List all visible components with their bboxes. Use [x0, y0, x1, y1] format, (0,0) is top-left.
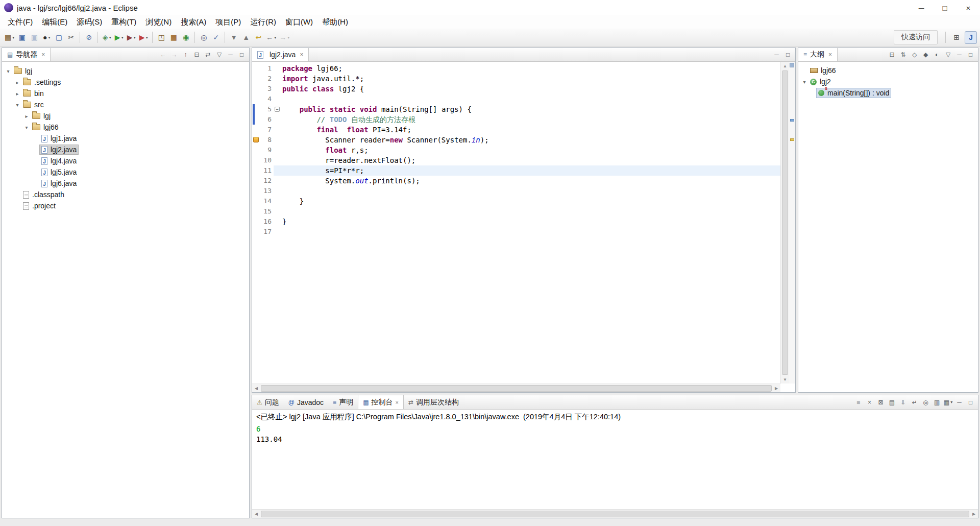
- link-with-editor-button[interactable]: ⇄: [203, 50, 213, 60]
- new-class-button[interactable]: ◉: [180, 31, 192, 44]
- hide-non-public-button[interactable]: ◐: [932, 50, 942, 60]
- tab-javadoc[interactable]: @Javadoc: [284, 395, 328, 409]
- scroll-right-icon[interactable]: ▶: [970, 510, 978, 518]
- menu-item[interactable]: 搜索(A): [176, 15, 211, 29]
- tree-item[interactable]: ▸bin: [2, 88, 249, 99]
- minimize-button[interactable]: ─: [954, 50, 964, 60]
- last-edit-location-button[interactable]: ↩: [252, 31, 264, 44]
- outline-item[interactable]: ▾Clgj2: [798, 76, 978, 87]
- launch-button[interactable]: ●▾: [40, 31, 53, 44]
- console-output[interactable]: 6113.04: [252, 423, 978, 445]
- display-selected-console-button[interactable]: ▥: [932, 397, 942, 407]
- menu-item[interactable]: 窗口(W): [281, 15, 317, 29]
- tree-item[interactable]: Jlgj6.java: [2, 178, 249, 189]
- console-horizontal-scrollbar[interactable]: ◀ ▶: [252, 509, 978, 518]
- tree-item[interactable]: ▸.settings: [2, 77, 249, 88]
- scroll-left-icon[interactable]: ◀: [252, 510, 260, 518]
- vertical-scrollbar-thumb[interactable]: [782, 70, 788, 375]
- maximize-button[interactable]: □: [237, 50, 247, 60]
- minimize-button[interactable]: ─: [954, 397, 964, 407]
- close-icon[interactable]: ×: [395, 399, 398, 405]
- forward-button[interactable]: →: [169, 50, 179, 60]
- menu-item[interactable]: 项目(P): [211, 15, 246, 29]
- editor-horizontal-scrollbar[interactable]: ◀ ▶: [252, 384, 780, 392]
- tab-call-hierarchy[interactable]: ⇄调用层次结构: [404, 395, 463, 409]
- hide-static-members-button[interactable]: ◆: [921, 50, 930, 60]
- window-maximize-button[interactable]: □: [933, 0, 957, 15]
- collapse-all-button[interactable]: ⊟: [887, 50, 897, 60]
- overview-mark-annotation[interactable]: [790, 138, 794, 141]
- debug-button[interactable]: ◈▾: [101, 31, 113, 44]
- scroll-lock-button[interactable]: ⇩: [898, 397, 908, 407]
- view-menu-button[interactable]: ▽: [214, 50, 224, 60]
- minimize-button[interactable]: ─: [226, 50, 235, 60]
- back-button[interactable]: ←▾: [264, 31, 278, 44]
- window-close-button[interactable]: ×: [957, 0, 980, 15]
- save-button[interactable]: ▣: [16, 31, 28, 44]
- cut-button[interactable]: ✂: [65, 31, 77, 44]
- collapse-icon[interactable]: ▾: [13, 102, 21, 108]
- expand-icon[interactable]: ▸: [13, 80, 21, 85]
- editor-tab-lgj2[interactable]: J lgj2.java ×: [252, 48, 309, 61]
- terminate-button[interactable]: ■: [853, 397, 863, 407]
- tab-declaration[interactable]: ≡声明: [328, 395, 358, 409]
- scroll-down-icon[interactable]: ▼: [781, 375, 789, 384]
- tree-item[interactable]: ▾lgj: [2, 65, 249, 77]
- collapse-all-button[interactable]: ⊟: [192, 50, 202, 60]
- tree-item[interactable]: ▸lgj: [2, 110, 249, 122]
- new-java-project-button[interactable]: ◳: [155, 31, 167, 44]
- remove-launch-button[interactable]: ×: [865, 397, 874, 407]
- menu-item[interactable]: 编辑(E): [37, 15, 72, 29]
- horizontal-scrollbar-thumb[interactable]: [261, 385, 772, 392]
- new-button[interactable]: ▤▾: [3, 31, 16, 44]
- open-console-view-button[interactable]: ▦▾: [943, 397, 953, 407]
- minimize-button[interactable]: ─: [772, 50, 781, 60]
- tree-item[interactable]: .classpath: [2, 189, 249, 200]
- collapse-icon[interactable]: ▾: [800, 79, 808, 85]
- quick-access-button[interactable]: 快速访问: [894, 30, 938, 44]
- open-task-button[interactable]: ✓: [210, 31, 222, 44]
- horizontal-scrollbar-thumb[interactable]: [261, 511, 969, 517]
- tab-console[interactable]: ▦控制台×: [358, 395, 404, 409]
- window-minimize-button[interactable]: ─: [910, 0, 933, 15]
- sort-button[interactable]: ⇅: [898, 50, 908, 60]
- menu-item[interactable]: 运行(R): [246, 15, 281, 29]
- tree-item[interactable]: .project: [2, 200, 249, 211]
- tab-problems[interactable]: ⚠问题: [252, 395, 284, 409]
- menu-item[interactable]: 源码(S): [72, 15, 107, 29]
- pin-console-button[interactable]: ◎: [921, 397, 930, 407]
- scroll-up-icon[interactable]: ▲: [781, 62, 789, 70]
- tree-item[interactable]: Jlgj5.java: [2, 166, 249, 178]
- maximize-button[interactable]: □: [966, 397, 975, 407]
- coverage-button[interactable]: ▶▾: [125, 31, 137, 44]
- menu-item[interactable]: 重构(T): [107, 15, 141, 29]
- navigator-view-tab[interactable]: ▤ 导航器 ×: [2, 48, 51, 61]
- tree-item[interactable]: Jlgj2.java: [2, 144, 249, 155]
- tree-item[interactable]: ▾src: [2, 99, 249, 110]
- scroll-left-icon[interactable]: ◀: [252, 384, 260, 392]
- editor-vertical-scrollbar[interactable]: ▲ ▼: [780, 62, 789, 384]
- search-button[interactable]: ◎: [198, 31, 210, 44]
- run-button[interactable]: ▶▾: [113, 31, 125, 44]
- overview-mark-occurrence[interactable]: [790, 119, 794, 122]
- open-console-button[interactable]: ▢: [53, 31, 65, 44]
- close-icon[interactable]: ×: [41, 51, 45, 58]
- hide-fields-button[interactable]: ◇: [910, 50, 919, 60]
- open-perspective-button[interactable]: ⊞: [950, 31, 963, 44]
- previous-annotation-button[interactable]: ▲: [240, 31, 252, 44]
- remove-all-launches-button[interactable]: ⊠: [876, 397, 886, 407]
- collapse-icon[interactable]: ▾: [22, 125, 31, 130]
- up-button[interactable]: ↑: [181, 50, 190, 60]
- outline-item[interactable]: lgj66: [798, 65, 978, 76]
- maximize-button[interactable]: □: [966, 50, 975, 60]
- view-menu-button[interactable]: ▽: [943, 50, 953, 60]
- maximize-button[interactable]: □: [783, 50, 793, 60]
- collapse-icon[interactable]: ▾: [4, 68, 12, 74]
- expand-icon[interactable]: ▸: [13, 91, 21, 97]
- word-wrap-button[interactable]: ↵: [910, 397, 919, 407]
- tree-item[interactable]: Jlgj1.java: [2, 133, 249, 144]
- tree-item[interactable]: Jlgj4.java: [2, 155, 249, 166]
- external-tools-button[interactable]: ▶▾: [137, 31, 150, 44]
- tree-item[interactable]: ▾lgj66: [2, 122, 249, 133]
- close-icon[interactable]: ×: [300, 51, 303, 58]
